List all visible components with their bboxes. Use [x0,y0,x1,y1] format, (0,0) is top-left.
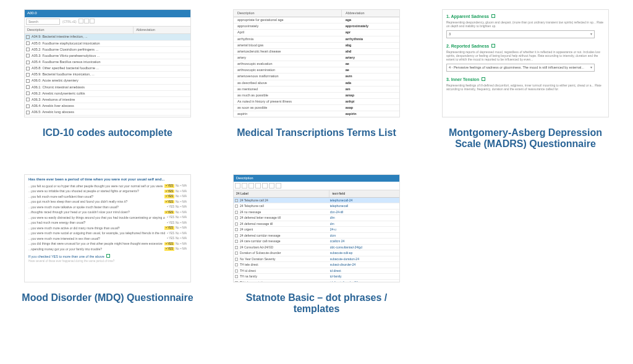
answer-na[interactable]: • N/A [181,237,187,240]
answer-yes[interactable]: • YES [167,237,174,240]
answer-yes[interactable]: • YES [167,221,174,225]
checkbox-icon[interactable] [235,263,238,266]
checkbox-icon[interactable] [26,98,30,101]
table-row[interactable]: 24 Telephone call 24telephonecall-24 [234,198,399,204]
caption-terms[interactable]: Medical Transcriptions Terms List [237,127,396,138]
thumb-mdq[interactable]: Has there ever been a period of time whe… [24,174,191,282]
table-row[interactable]: No Year Duration Severitysubacute-durati… [234,256,399,263]
table-row[interactable]: arrhythmiaarrhythmia [234,36,399,43]
answer-no[interactable]: No [176,242,179,246]
checkbox-icon[interactable] [235,216,238,219]
table-row[interactable]: A04.9: Bacterial intestine infection, ..… [25,34,190,40]
table-row[interactable]: A06.6: Amebic brain abscess [25,116,190,117]
table-row[interactable]: arthroscopic evaluationae [234,61,399,67]
answer-na[interactable]: • N/A [181,221,187,225]
thumb-terms[interactable]: Description Abbreviation appropriate for… [233,9,400,117]
table-row[interactable]: A06.1: Chronic intestinal amebiasis [25,85,190,91]
table-row[interactable]: 24 deferred corridor messagedcm [234,233,399,239]
external-link-icon[interactable] [491,44,495,48]
thumb-madrs[interactable]: 1. Apparent Sadness Representing despond… [442,9,609,117]
table-row[interactable]: A05.3: Foodborne Vibrio parahaemolyticus… [25,53,190,59]
table-row[interactable]: 24 deferred message tilldm [234,221,399,227]
answer-yes[interactable]: • YES [164,190,174,193]
view-icon[interactable] [90,19,95,23]
table-row[interactable]: As noted in history of present illnessan… [234,99,399,105]
table-row[interactable]: 24 care corridor call messageccallcm 24 [234,239,399,245]
answer-na[interactable]: • N/A [181,242,187,246]
tool-icon[interactable] [255,183,261,188]
answer-no[interactable]: No [176,226,179,230]
table-row[interactable]: A05.9: Bacterial foodborne intoxication,… [25,72,190,78]
answer-na[interactable]: • N/A [181,195,187,198]
table-row[interactable]: 24 no messagecbn-24-till [234,210,399,216]
caption-icd[interactable]: ICD-10 codes autocomplete [43,127,172,138]
answer-na[interactable]: • N/A [181,216,187,219]
table-row[interactable]: A06.5: Amebic lung abscess [25,109,190,116]
answer-yes[interactable]: • YES [164,195,174,198]
rating-select[interactable]: 4 - Pervasive feelings of sadness or glo… [446,64,595,72]
answer-yes[interactable]: • YES [167,232,174,235]
answer-yes[interactable]: • YES [164,211,174,214]
table-row[interactable]: 24 urgent24-u [234,227,399,233]
answer-yes[interactable]: • YES [167,216,174,219]
table-row[interactable]: as mentionedam [234,87,399,93]
search-input[interactable]: Search [26,19,60,25]
table-row[interactable]: A05.0: Foodborne staphylococcal intoxica… [25,41,190,47]
checkbox-icon[interactable] [26,54,30,57]
answer-yes[interactable]: • YES [164,247,174,251]
caption-mdq[interactable]: Mood Disorder (MDQ) Questionnaire [22,292,193,303]
checkbox-icon[interactable] [235,199,238,202]
answer-no[interactable]: No [176,205,179,209]
checkbox-icon[interactable] [235,234,238,237]
checkbox-icon[interactable] [235,228,238,231]
table-row[interactable]: 24 deferred letter message tilldlm [234,215,399,221]
tool-icon[interactable] [235,183,240,188]
tool-icon[interactable] [249,183,254,188]
table-row[interactable]: A06.2: Amebic nondysenteric colitis [25,91,190,97]
table-row[interactable]: TH na familytd-family [234,274,399,280]
answer-yes[interactable]: • YES [164,226,174,230]
table-row[interactable]: Aprilapr [234,30,399,36]
table-row[interactable]: 24 Consultant Ad-24/GDddc-consultantad-2… [234,245,399,251]
checkbox-icon[interactable] [235,269,238,273]
external-link-icon[interactable] [482,77,485,81]
checkbox-icon[interactable] [235,246,238,249]
answer-no[interactable]: No [176,221,179,225]
answer-na[interactable]: • N/A [181,226,187,230]
answer-no[interactable]: No [176,232,179,235]
table-row[interactable]: TH td directtd-direct [234,268,399,274]
rating-select[interactable]: 3▾ [446,30,595,38]
checkbox-icon[interactable] [235,258,238,261]
table-row[interactable]: TH tele directsubact-disorder-24 [234,262,399,268]
checkbox-icon[interactable] [26,67,30,70]
answer-yes[interactable]: • YES [164,200,174,204]
checkbox-icon[interactable] [26,35,30,39]
table-row[interactable]: A05.8: Other specified bacterial foodbor… [25,66,190,72]
checkbox-icon[interactable] [235,222,238,226]
table-row[interactable]: arteriovenous malformationavm [234,74,399,80]
table-row[interactable]: TH tel presentationtd-direct-disorder-24 [234,280,399,282]
answer-na[interactable]: • N/A [181,190,187,193]
answer-no[interactable]: No [176,247,179,251]
thumb-icd[interactable]: A00.0 Search (CTRL+E) Description Abbrev… [24,9,191,117]
answer-no[interactable]: No [176,211,179,214]
table-row[interactable]: Duration of Subacute disordersubacute-cd… [234,250,399,256]
checkbox-icon[interactable] [26,85,30,89]
table-row[interactable]: A06.3: Ameboma of intestine [25,97,190,103]
answer-na[interactable]: • N/A [181,200,187,204]
table-row[interactable]: A06.4: Amebic liver abscess [25,103,190,109]
checkbox-icon[interactable] [26,91,30,95]
checkbox-icon[interactable] [26,61,30,64]
answer-no[interactable]: No [176,200,179,204]
checkbox-icon[interactable] [235,205,238,208]
thumb-statnote[interactable]: Description 24 Label text-field 24 Telep… [233,174,400,282]
filter-icon[interactable] [79,19,83,23]
table-row[interactable]: 24 Telephone calltelephonecall [234,203,399,210]
table-row[interactable]: arterial blood gasabg [234,43,399,49]
table-row[interactable]: aspirinaspirin [234,111,399,117]
external-link-icon[interactable] [491,14,495,18]
answer-na[interactable]: • N/A [181,211,187,214]
checkbox-icon[interactable] [26,117,30,117]
checkbox-icon[interactable] [26,79,30,83]
answer-yes[interactable]: • YES [164,242,174,246]
